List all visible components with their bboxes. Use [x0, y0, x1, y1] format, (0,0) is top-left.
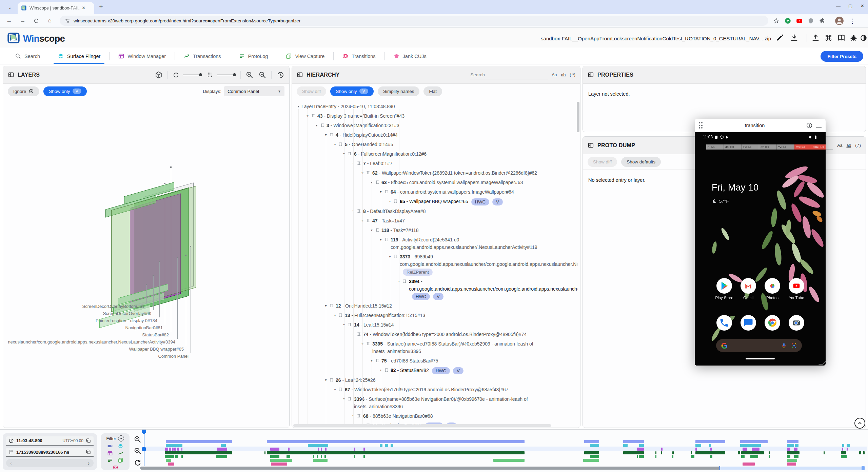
trace-segment-window-manager[interactable] — [177, 448, 179, 451]
trace-segment-screen-recording[interactable] — [787, 440, 798, 443]
trace-segment-transitions[interactable] — [787, 463, 796, 466]
tree-node[interactable]: ▾3396 - Surface(name=885b63e NavigationB… — [292, 394, 577, 411]
edit-trace-icon[interactable] — [775, 34, 784, 42]
expand-caret-icon[interactable]: ▾ — [304, 112, 311, 120]
tree-node[interactable]: ▾119 - ActivityRecord{24e5341 u0 com.goo… — [292, 235, 577, 252]
expand-caret-icon[interactable]: ▾ — [323, 131, 329, 139]
app-icon-youtube[interactable] — [789, 278, 804, 294]
trace-segment-surface-flinger[interactable] — [709, 444, 711, 447]
hierarchy-search-input[interactable] — [470, 71, 548, 79]
dock-icon-chrome[interactable] — [765, 315, 780, 331]
trace-segment-protolog[interactable] — [165, 455, 174, 458]
home-button[interactable]: ⌂ — [45, 16, 54, 25]
expand-caret-icon[interactable]: ▾ — [341, 321, 347, 329]
trace-segment-window-manager[interactable] — [172, 448, 174, 451]
show-only-visible-chip[interactable]: Show only V — [43, 86, 87, 96]
timestamp-ns-field[interactable]: 1715339028890230166 ns — [6, 448, 94, 457]
expand-caret-icon[interactable]: ▾ — [332, 141, 338, 148]
trace-segment-transactions[interactable] — [824, 451, 825, 454]
regex-icon[interactable]: (.*) — [855, 143, 861, 148]
trace-segment-surface-flinger[interactable] — [740, 444, 761, 447]
layers-3d-scene[interactable]: ScreenDecorOverlayBottom#61ScreenDecorOv… — [3, 99, 289, 428]
trace-segment-transactions[interactable] — [695, 451, 725, 454]
match-case-icon[interactable]: Aa — [837, 143, 842, 148]
trace-segment-transactions[interactable] — [769, 451, 770, 454]
tree-node[interactable]: ▾3373 - 6989b49 com.google.android.apps.… — [292, 252, 577, 277]
info-icon[interactable] — [806, 122, 813, 129]
trace-segment-window-manager[interactable] — [169, 448, 171, 451]
expand-caret-icon[interactable]: ▾ — [359, 169, 366, 177]
filter-trace-icon-protolog[interactable] — [107, 457, 113, 463]
trace-segment-transactions[interactable] — [741, 451, 764, 454]
tree-node[interactable]: ▾75 - ed70f88 StatusBar#75 — [292, 356, 577, 366]
expand-caret-icon[interactable]: ▾ — [369, 179, 375, 186]
app-icon-gmail[interactable] — [741, 278, 756, 294]
timeline-cursor-grip[interactable] — [142, 447, 146, 451]
trace-segment-view-capture[interactable] — [583, 459, 599, 462]
dock-icon-messages[interactable] — [741, 315, 756, 331]
tab-search[interactable]: Search — [6, 48, 49, 64]
next-entry-button[interactable]: › — [88, 460, 90, 466]
trace-segment-surface-flinger[interactable] — [391, 444, 393, 447]
match-word-icon[interactable]: ab — [846, 143, 851, 148]
trace-segment-window-manager[interactable] — [743, 448, 747, 451]
trace-segment-window-manager[interactable] — [325, 448, 327, 451]
trace-segment-protolog[interactable] — [637, 455, 638, 458]
tree-node[interactable]: ▾118 - Task=7#118 — [292, 225, 577, 235]
bookmark-star-icon[interactable] — [773, 17, 780, 24]
browser-menu-icon[interactable]: ⋮ — [849, 17, 856, 24]
tree-node[interactable]: ▾43 - Display 0 name="Built-in Screen"#4… — [292, 111, 577, 121]
trace-segment-protolog[interactable] — [710, 455, 712, 458]
expand-caret-icon[interactable]: ▾ — [350, 412, 356, 420]
trace-segment-window-manager[interactable] — [354, 448, 355, 451]
expand-caret-icon[interactable]: ▾ — [387, 253, 393, 260]
voice-search-icon[interactable] — [781, 342, 787, 349]
trace-segment-protolog[interactable] — [216, 455, 227, 458]
trace-segment-protolog[interactable] — [769, 455, 770, 458]
trace-segment-surface-flinger[interactable] — [221, 444, 226, 447]
trace-segment-window-manager[interactable] — [661, 448, 663, 451]
tree-node[interactable]: ▾LayerTraceEntry - 2024-05-10, 11:03:48.… — [292, 102, 577, 111]
trace-segment-protolog[interactable] — [363, 455, 365, 458]
trace-segment-protolog[interactable] — [313, 455, 314, 458]
trace-segment-transactions[interactable] — [859, 451, 861, 454]
window-minimize-button[interactable]: — — [836, 3, 841, 8]
trace-segment-surface-flinger[interactable] — [787, 444, 794, 447]
trace-segment-transactions[interactable] — [267, 451, 525, 454]
trace-segment-surface-flinger[interactable] — [380, 444, 382, 447]
trace-segment-protolog[interactable] — [691, 455, 694, 458]
expand-caret-icon[interactable]: ▾ — [350, 331, 356, 338]
collapse-panel-icon[interactable] — [8, 72, 14, 78]
tree-node[interactable]: •82 - StatusBar#82HWCV — [292, 366, 577, 375]
expand-caret-icon[interactable]: ▾ — [350, 208, 356, 215]
trace-segment-protolog[interactable] — [354, 455, 355, 458]
trace-segment-transactions[interactable] — [672, 451, 674, 454]
trace-segment-window-manager[interactable] — [842, 448, 843, 451]
trace-segment-transactions[interactable] — [787, 451, 800, 454]
trace-segment-view-capture[interactable] — [313, 459, 328, 462]
trace-segment-transactions[interactable] — [655, 451, 656, 454]
filter-trace-icon-surface-flinger[interactable] — [118, 443, 123, 449]
trace-segment-protolog[interactable] — [590, 455, 599, 458]
tree-node[interactable]: ▾62 - WallpaperWindowToken{28892d1 token… — [292, 168, 577, 178]
reload-button[interactable] — [32, 16, 41, 25]
expand-caret-icon[interactable]: ▾ — [350, 160, 356, 167]
google-lens-icon[interactable] — [791, 342, 797, 349]
tab-search-icon[interactable]: ⌄ — [5, 3, 14, 12]
trace-segment-protolog[interactable] — [741, 455, 745, 458]
show-diff-chip[interactable]: Show diff — [588, 157, 617, 167]
trace-segment-window-manager[interactable] — [321, 448, 322, 451]
timeline-overview-range[interactable] — [720, 467, 864, 470]
trace-segment-protolog[interactable] — [287, 455, 290, 458]
profile-avatar[interactable] — [835, 16, 844, 25]
tree-node[interactable]: ▾5 - OneHanded:0:14#5 — [292, 140, 577, 149]
trace-segment-surface-flinger[interactable] — [695, 444, 701, 447]
filter-trace-icon-transactions[interactable] — [118, 450, 123, 456]
report-bug-icon[interactable] — [849, 34, 858, 42]
trace-segment-screen-recording[interactable] — [166, 440, 232, 443]
app-icon-photos[interactable] — [765, 278, 780, 294]
trace-segment-window-manager[interactable] — [217, 448, 227, 451]
tree-node[interactable]: ▾63 - 8fb0ec5 com.android.systemui.wallp… — [292, 178, 577, 187]
current-time-field[interactable]: 11:03:48.890 UTC+00:00 — [6, 436, 94, 446]
tab-transactions[interactable]: Transactions — [175, 48, 230, 64]
